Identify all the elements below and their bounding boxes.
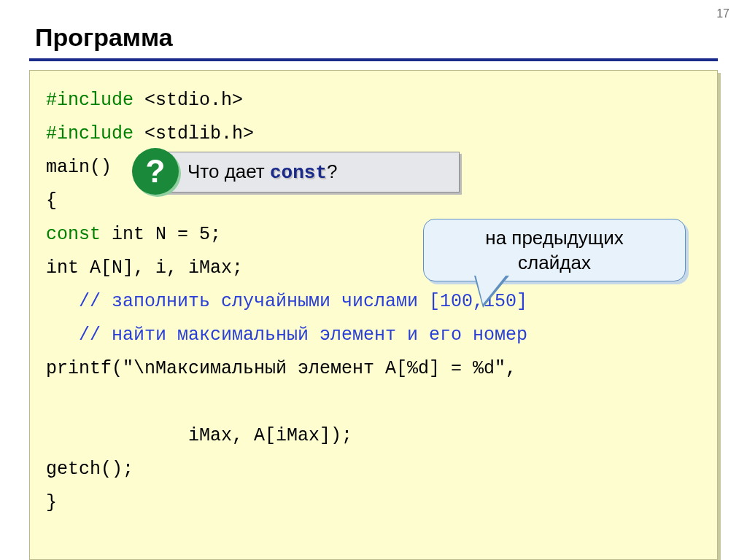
question-mark-icon: ? — [132, 148, 179, 195]
include-keyword: #include — [46, 123, 133, 144]
code-text: int N = 5; — [101, 224, 221, 245]
include-header: <stdio.h> — [133, 90, 243, 111]
code-line: iMax, A[iMax]); — [46, 419, 701, 453]
question-suffix: ? — [327, 160, 337, 182]
question-prefix: Что дает — [187, 160, 270, 182]
code-line: #include <stdio.h> — [46, 84, 701, 117]
question-callout: ? Что дает const? — [153, 152, 460, 192]
code-block: #include <stdio.h> #include <stdlib.h> m… — [29, 70, 718, 560]
title-rule — [29, 58, 718, 61]
code-blank — [46, 386, 701, 419]
speech-bubble: на предыдущих слайдах — [423, 219, 686, 281]
code-comment: // заполнить случайными числами [100,150… — [46, 285, 701, 319]
page-number: 17 — [716, 7, 729, 20]
code-line: getch(); — [46, 453, 701, 486]
code-line: printf("\nМаксимальный элемент A[%d] = %… — [46, 352, 701, 386]
question-text: Что дает const? — [187, 160, 337, 184]
code-comment: // найти максимальный элемент и его номе… — [46, 319, 701, 352]
code-line: } — [46, 486, 701, 520]
include-keyword: #include — [46, 90, 133, 111]
speech-line: на предыдущих — [485, 227, 623, 249]
question-const-word: const — [270, 162, 327, 184]
page-title: Программа — [35, 23, 173, 52]
code-line: #include <stdlib.h> — [46, 117, 701, 151]
speech-line: слайдах — [518, 252, 591, 273]
include-header: <stdlib.h> — [133, 123, 254, 144]
const-keyword: const — [46, 224, 101, 245]
